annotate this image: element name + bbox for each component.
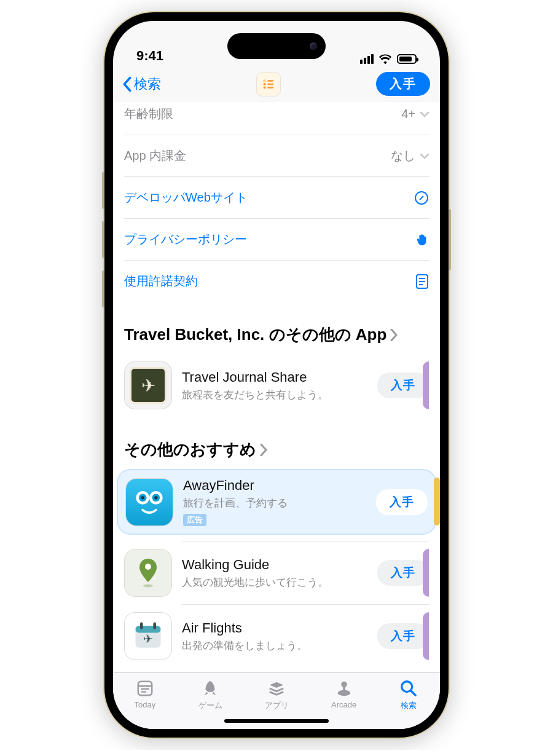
dynamic-island [227, 33, 326, 59]
svg-text:✈: ✈ [143, 632, 153, 645]
privacy-label: プライバシーポリシー [124, 231, 247, 248]
app-icon [124, 361, 172, 409]
you-might-like-heading[interactable]: その他のおすすめ [124, 439, 429, 460]
today-icon [135, 679, 155, 698]
privacy-policy-link[interactable]: プライバシーポリシー [124, 219, 429, 261]
iap-row[interactable]: App 内課金 なし [124, 135, 429, 177]
more-by-developer-heading[interactable]: Travel Bucket, Inc. のその他の App [124, 324, 429, 345]
app-card[interactable]: ✈ Air Flights 出発の準備をしましょう。 入手 [124, 605, 429, 667]
svg-point-30 [337, 690, 350, 696]
tab-today[interactable]: Today [135, 679, 156, 709]
next-card-hint[interactable] [423, 612, 429, 660]
svg-point-18 [143, 585, 153, 588]
age-rating-label: 年齢制限 [124, 106, 173, 122]
svg-point-15 [141, 496, 144, 499]
arcade-icon [334, 679, 354, 698]
svg-point-2 [264, 82, 266, 85]
section-title: Travel Bucket, Inc. のその他の App [124, 324, 386, 345]
get-button[interactable]: 入手 [377, 560, 429, 586]
status-icons [360, 54, 417, 65]
hand-icon [415, 233, 429, 246]
app-icon [125, 478, 173, 526]
tab-games[interactable]: ゲーム [198, 679, 222, 711]
developer-website-link[interactable]: デベロッパWebサイト [124, 177, 429, 219]
app-subtitle: 旅程表を友だちと共有しよう。 [182, 388, 367, 402]
phone-frame: 9:41 検索 入手 [104, 12, 449, 738]
checklist-icon [262, 77, 275, 91]
iap-value: なし [391, 148, 415, 164]
tab-label: 検索 [401, 700, 417, 711]
app-name: Air Flights [182, 620, 367, 636]
search-icon [399, 679, 418, 698]
license-label: 使用許諾契約 [124, 273, 198, 289]
app-card[interactable]: Walking Guide 人気の観光地に歩いて行こう。 入手 [124, 541, 429, 604]
screen: 9:41 検索 入手 [113, 21, 440, 729]
home-indicator[interactable] [224, 719, 329, 723]
apps-icon [267, 679, 286, 698]
tab-arcade[interactable]: Arcade [331, 679, 356, 709]
safari-icon [414, 191, 429, 205]
age-rating-row[interactable]: 年齢制限 4+ [124, 102, 429, 135]
back-button[interactable]: 検索 [123, 75, 161, 93]
svg-line-32 [411, 691, 416, 696]
app-card-promoted[interactable]: AwayFinder 旅行を計画、予約する 広告 入手 [117, 469, 436, 535]
chevron-down-icon [420, 153, 429, 159]
calendar-plane-icon: ✈ [131, 619, 165, 653]
tab-apps[interactable]: アプリ [265, 679, 289, 711]
app-subtitle: 出発の準備をしましょう。 [182, 639, 367, 653]
svg-point-16 [154, 496, 157, 499]
iap-label: App 内課金 [124, 148, 186, 164]
cellular-icon [360, 54, 374, 64]
svg-point-28 [341, 682, 347, 687]
svg-rect-1 [267, 80, 273, 82]
binoculars-icon [133, 486, 166, 519]
back-label: 検索 [134, 75, 161, 93]
age-rating-value: 4+ [401, 107, 415, 121]
app-icon-small[interactable] [256, 72, 281, 96]
svg-point-4 [264, 86, 266, 89]
get-button[interactable]: 入手 [376, 72, 430, 96]
app-subtitle: 旅行を計画、予約する [183, 496, 366, 510]
tab-label: Arcade [331, 700, 356, 709]
app-name: Walking Guide [182, 557, 367, 573]
nav-bar: 検索 入手 [113, 66, 440, 102]
next-card-hint[interactable] [423, 361, 429, 409]
content-scroll[interactable]: 年齢制限 4+ App 内課金 なし デベロッパWebサイト プライバシーポリシ… [113, 102, 440, 672]
wifi-icon [378, 54, 392, 65]
tab-label: アプリ [265, 700, 289, 711]
tab-search[interactable]: 検索 [399, 679, 418, 711]
chevron-right-icon [390, 329, 398, 341]
svg-point-17 [145, 564, 151, 570]
ad-badge: 広告 [183, 514, 206, 526]
tab-label: ゲーム [198, 700, 222, 711]
app-icon: ✈ [124, 612, 172, 660]
status-time: 9:41 [136, 48, 163, 64]
battery-icon [397, 54, 417, 64]
next-card-hint[interactable] [434, 478, 440, 526]
rocket-icon [200, 679, 220, 698]
svg-rect-3 [267, 83, 273, 85]
map-pin-icon [136, 557, 160, 588]
dev-website-label: デベロッパWebサイト [124, 189, 248, 206]
chevron-down-icon [420, 111, 429, 117]
svg-rect-20 [135, 626, 160, 632]
svg-rect-21 [140, 623, 143, 629]
svg-rect-22 [153, 623, 156, 629]
document-icon [415, 274, 429, 289]
chevron-right-icon [260, 444, 267, 456]
tab-label: Today [135, 700, 156, 709]
chevron-left-icon [123, 77, 131, 92]
app-icon [124, 549, 172, 597]
license-agreement-link[interactable]: 使用許諾契約 [124, 261, 429, 302]
app-name: Travel Journal Share [182, 369, 367, 385]
app-name: AwayFinder [183, 478, 366, 494]
svg-rect-5 [267, 87, 273, 89]
get-button[interactable]: 入手 [377, 372, 429, 398]
section-title: その他のおすすめ [124, 439, 256, 460]
next-card-hint[interactable] [423, 549, 429, 597]
get-button[interactable]: 入手 [377, 623, 429, 649]
app-subtitle: 人気の観光地に歩いて行こう。 [182, 575, 367, 589]
app-card[interactable]: Travel Journal Share 旅程表を友だちと共有しよう。 入手 [124, 354, 429, 417]
get-button[interactable]: 入手 [376, 489, 428, 515]
